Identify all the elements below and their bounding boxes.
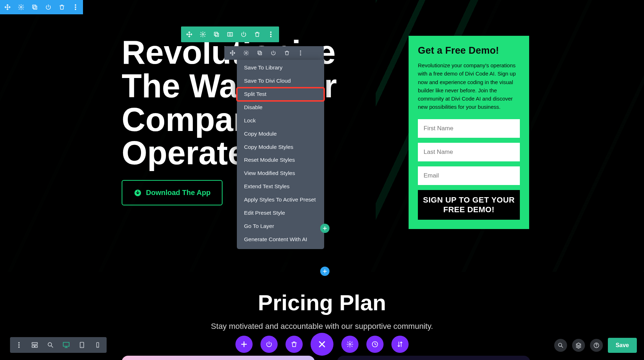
- duplicate-icon[interactable]: [213, 30, 220, 38]
- trash-icon[interactable]: [283, 49, 291, 57]
- svg-point-0: [20, 6, 22, 8]
- svg-rect-1: [33, 5, 36, 8]
- gear-icon[interactable]: [199, 30, 207, 38]
- pricing-card-1: [122, 356, 315, 360]
- trash-button[interactable]: [286, 336, 303, 353]
- context-menu-item[interactable]: Copy Module Styles: [237, 141, 324, 154]
- context-menu-item[interactable]: Save To Divi Cloud: [237, 74, 324, 88]
- svg-point-36: [596, 346, 597, 347]
- phone-view-icon[interactable]: [93, 340, 102, 350]
- context-menu-item[interactable]: Edit Preset Style: [237, 206, 324, 220]
- power-icon[interactable]: [44, 3, 52, 11]
- close-builder-button[interactable]: [311, 333, 333, 356]
- builder-bottom-bar: [235, 333, 409, 356]
- pricing-title: Pricing Plan: [0, 290, 644, 315]
- columns-icon[interactable]: [226, 30, 234, 38]
- sort-button[interactable]: [391, 336, 409, 353]
- download-app-button[interactable]: Download The App: [122, 180, 223, 205]
- svg-rect-10: [228, 33, 233, 37]
- row-toolbar: [181, 26, 279, 42]
- svg-point-7: [202, 34, 204, 35]
- svg-rect-16: [259, 52, 262, 55]
- svg-point-17: [300, 50, 301, 52]
- context-menu-item[interactable]: Split Test: [237, 88, 324, 101]
- demo-submit-button[interactable]: SIGN UP TO GET YOUR FREE DEMO!: [418, 190, 520, 220]
- svg-point-29: [82, 346, 82, 347]
- first-name-field[interactable]: [418, 119, 520, 138]
- power-icon[interactable]: [269, 49, 277, 57]
- move-icon[interactable]: [4, 3, 11, 11]
- more-icon[interactable]: [72, 3, 79, 11]
- add-row-button[interactable]: [320, 224, 330, 233]
- context-menu-item[interactable]: Apply Styles To Active Preset: [237, 193, 324, 206]
- trash-icon[interactable]: [58, 3, 66, 11]
- zoom-icon[interactable]: [46, 340, 55, 350]
- demo-form-panel: Get a Free Demo! Revolutionize your comp…: [409, 36, 529, 229]
- svg-point-20: [18, 342, 20, 344]
- svg-point-12: [270, 34, 272, 35]
- power-button[interactable]: [260, 336, 278, 353]
- power-icon[interactable]: [240, 30, 248, 38]
- svg-point-4: [75, 6, 76, 8]
- context-menu-item[interactable]: Save To Library: [237, 61, 324, 74]
- svg-point-18: [300, 52, 301, 53]
- save-button[interactable]: Save: [608, 338, 637, 353]
- download-app-label: Download The App: [146, 189, 210, 197]
- settings-button[interactable]: [341, 336, 358, 353]
- svg-rect-25: [35, 346, 38, 347]
- gear-icon[interactable]: [17, 3, 25, 11]
- svg-point-14: [245, 52, 247, 54]
- context-menu-item[interactable]: Generate Content With AI: [237, 233, 324, 246]
- svg-rect-2: [34, 6, 37, 9]
- svg-point-11: [270, 31, 272, 33]
- wireframe-icon[interactable]: [30, 340, 39, 350]
- svg-rect-24: [32, 346, 35, 347]
- context-menu-item[interactable]: Disable: [237, 101, 324, 114]
- more-icon[interactable]: [267, 30, 275, 38]
- add-section-button[interactable]: [320, 267, 330, 276]
- search-button[interactable]: [554, 339, 567, 352]
- svg-point-31: [97, 346, 98, 347]
- demo-title: Get a Free Demo!: [418, 45, 520, 56]
- last-name-field[interactable]: [418, 143, 520, 161]
- svg-point-19: [300, 54, 301, 55]
- svg-rect-9: [215, 33, 219, 37]
- svg-rect-15: [258, 51, 261, 54]
- move-icon[interactable]: [229, 49, 236, 57]
- svg-point-3: [75, 4, 76, 6]
- email-field[interactable]: [418, 166, 520, 185]
- module-context-menu: Save To LibrarySave To Divi CloudSplit T…: [237, 60, 324, 249]
- context-menu-item[interactable]: Extend Text Styles: [237, 180, 324, 193]
- tablet-view-icon[interactable]: [77, 340, 87, 350]
- add-button[interactable]: [235, 336, 253, 353]
- bottom-right-cluster: Save: [554, 338, 637, 353]
- duplicate-icon[interactable]: [256, 49, 264, 57]
- context-menu-item[interactable]: Go To Layer: [237, 220, 324, 233]
- layers-button[interactable]: [572, 339, 585, 352]
- svg-point-22: [18, 346, 20, 348]
- history-button[interactable]: [366, 336, 384, 353]
- context-menu-item[interactable]: Copy Module: [237, 127, 324, 141]
- svg-rect-27: [63, 342, 69, 346]
- more-icon[interactable]: [14, 340, 24, 350]
- context-menu-item[interactable]: View Modified Styles: [237, 167, 324, 180]
- context-menu-item[interactable]: Lock: [237, 114, 324, 127]
- svg-point-26: [48, 342, 52, 346]
- responsive-toolbar: [10, 337, 107, 353]
- more-icon[interactable]: [297, 49, 304, 57]
- move-icon[interactable]: [185, 30, 193, 38]
- svg-point-5: [75, 9, 76, 10]
- svg-point-32: [349, 344, 351, 345]
- svg-point-21: [18, 344, 20, 346]
- desktop-view-icon[interactable]: [62, 340, 71, 350]
- gear-icon[interactable]: [242, 49, 250, 57]
- section-toolbar: [0, 0, 83, 14]
- pricing-card-2: [337, 356, 530, 360]
- pricing-section: Pricing Plan Stay motivated and accounta…: [0, 290, 644, 331]
- demo-blurb: Revolutionize your company's operations …: [418, 61, 520, 111]
- svg-rect-8: [214, 32, 218, 35]
- context-menu-item[interactable]: Reset Module Styles: [237, 154, 324, 167]
- help-button[interactable]: [590, 339, 603, 352]
- trash-icon[interactable]: [253, 30, 261, 38]
- duplicate-icon[interactable]: [31, 3, 39, 11]
